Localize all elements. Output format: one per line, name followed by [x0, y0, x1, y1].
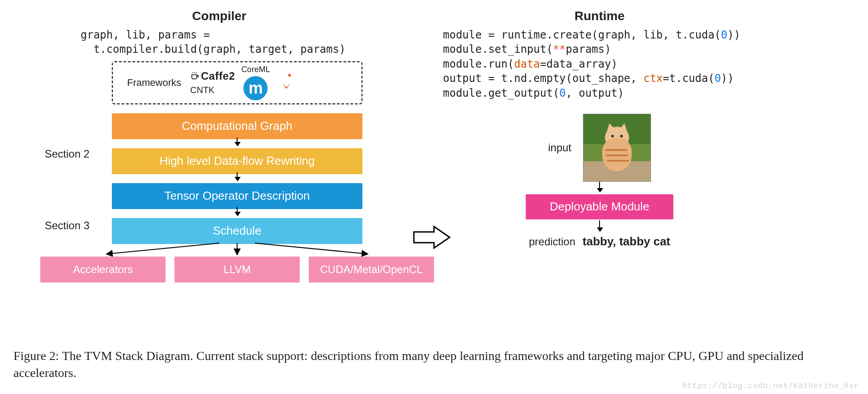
- coffee-cup-icon: [190, 71, 200, 83]
- block-label: High level Data-flow Rewriting: [160, 154, 315, 168]
- code-line: module.run(data=data_array): [443, 58, 617, 70]
- block-dataflow-rewriting: High level Data-flow Rewriting: [112, 148, 362, 174]
- input-label: input: [548, 141, 571, 154]
- section2-label: Section 2: [45, 148, 89, 160]
- code-line: module = runtime.create(graph, lib, t.cu…: [443, 29, 740, 41]
- svg-line-1: [107, 243, 219, 254]
- frameworks-right-col: CoreML m: [241, 65, 270, 100]
- code-line: output = t.nd.empty(out_shape, ctx=t.cud…: [443, 72, 734, 85]
- compiler-title: Compiler: [18, 9, 421, 23]
- compiler-code: graph, lib, params = t.compiler.build(gr…: [81, 28, 421, 57]
- target-label: Accelerators: [73, 263, 132, 276]
- runtime-column: Runtime module = runtime.create(graph, l…: [438, 9, 761, 283]
- figure-caption: Figure 2: The TVM Stack Diagram. Current…: [13, 347, 855, 381]
- target-label: CUDA/Metal/OpenCL: [320, 263, 422, 276]
- code-line: module.get_output(0, output): [443, 87, 624, 99]
- block-label: Computational Graph: [182, 119, 292, 133]
- targets-row: Accelerators LLVM CUDA/Metal/OpenCL: [40, 257, 434, 283]
- cntk-label: CNTK: [190, 85, 235, 95]
- big-right-arrow-icon: [412, 224, 452, 253]
- prediction-value: tabby, tabby cat: [583, 235, 670, 248]
- prediction-label: prediction: [529, 236, 575, 248]
- block-label: Tensor Operator Description: [164, 189, 310, 203]
- compiler-stack: Frameworks Caffe2 CNTK CoreML m: [112, 61, 362, 283]
- target-accelerators: Accelerators: [40, 257, 166, 283]
- runtime-code: module = runtime.create(graph, lib, t.cu…: [443, 28, 761, 100]
- frameworks-text-col: Caffe2 CNTK: [190, 70, 235, 95]
- prediction-row: prediction tabby, tabby cat: [529, 235, 670, 248]
- watermark: https://blog.csdn.net/Katherine_hsr: [682, 381, 859, 390]
- runtime-title: Runtime: [438, 9, 761, 23]
- block-label: Schedule: [213, 224, 261, 238]
- compiler-column: Compiler graph, lib, params = t.compiler…: [18, 9, 421, 283]
- deploy-label: Deployable Module: [550, 200, 650, 214]
- code-line: graph, lib, params =: [81, 29, 210, 41]
- block-tensor-operator: Tensor Operator Description: [112, 183, 362, 209]
- code-line: module.set_input(**params): [443, 43, 611, 56]
- section3-label: Section 3: [45, 219, 89, 232]
- caffe2-logo: Caffe2: [190, 70, 235, 83]
- deployable-module-box: Deployable Module: [526, 194, 673, 219]
- mxnet-icon: m: [243, 76, 268, 100]
- block-computational-graph: Computational Graph: [112, 113, 362, 139]
- kitten-image: [583, 114, 651, 182]
- svg-point-0: [288, 74, 291, 77]
- target-label: LLVM: [224, 263, 251, 276]
- svg-line-3: [255, 243, 367, 254]
- coreml-label: CoreML: [241, 65, 270, 74]
- frameworks-box: Frameworks Caffe2 CNTK CoreML m: [112, 61, 362, 104]
- caffe2-text: Caffe2: [201, 70, 235, 82]
- frameworks-label: Frameworks: [127, 77, 181, 89]
- runtime-diagram: input Deployable Module: [438, 114, 761, 248]
- target-cuda: CUDA/Metal/OpenCL: [309, 257, 434, 283]
- code-line: t.compiler.build(graph, target, params): [81, 43, 345, 56]
- page: Compiler graph, lib, params = t.compiler…: [0, 0, 868, 394]
- block-schedule: Schedule: [112, 218, 362, 244]
- pytorch-flame-icon: [276, 70, 297, 96]
- target-llvm: LLVM: [174, 257, 300, 283]
- input-row: input: [548, 114, 651, 182]
